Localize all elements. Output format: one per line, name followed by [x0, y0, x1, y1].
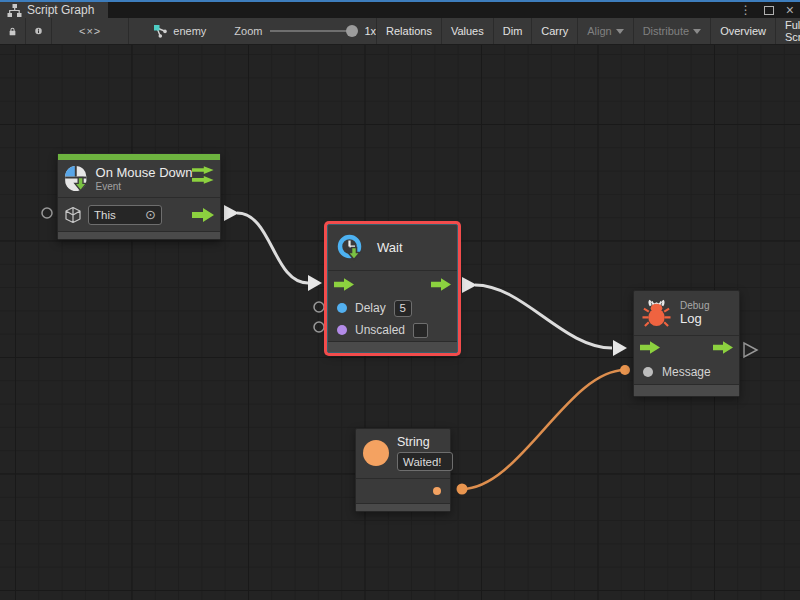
target-field[interactable]: This ⊙ — [88, 205, 162, 225]
zoom-control: Zoom 1x — [234, 18, 376, 44]
node-string-literal[interactable]: String Waited! — [355, 428, 451, 512]
object-picker-icon[interactable]: ⊙ — [145, 208, 156, 221]
zoom-value: 1x — [364, 25, 376, 37]
unscaled-input-port[interactable] — [337, 325, 347, 335]
overview-button[interactable]: Overview — [710, 18, 775, 44]
wire-wait-to-log[interactable] — [475, 285, 612, 348]
wire-source-arrow-icon — [462, 277, 477, 293]
align-dropdown: Align — [577, 18, 632, 44]
tab-script-graph[interactable]: Script Graph — [0, 2, 108, 18]
maximize-icon[interactable] — [764, 6, 774, 15]
wire-onmousedown-to-wait[interactable] — [237, 213, 308, 283]
port-wait-delay-external[interactable] — [314, 302, 324, 312]
wire-source-dot-icon — [457, 484, 468, 495]
angle-x-icon: <×> — [61, 25, 119, 37]
delay-value: 5 — [399, 302, 405, 314]
node-title: Wait — [377, 240, 403, 255]
graph-asset-icon — [153, 24, 168, 38]
wait-timer-icon — [336, 233, 366, 263]
info-icon — [35, 24, 42, 38]
node-footer — [328, 341, 457, 352]
target-field-value: This — [94, 209, 116, 221]
flow-input-port-icon[interactable] — [334, 278, 354, 291]
delay-input-port[interactable] — [337, 303, 347, 313]
window-controls: ⋮ × — [740, 2, 794, 18]
lock-button[interactable] — [0, 18, 26, 44]
trigger-output-port-icon[interactable] — [192, 166, 214, 185]
node-wait[interactable]: Wait Delay 5 Unscaled — [327, 224, 458, 353]
delay-label: Delay — [355, 301, 386, 315]
delay-value-field[interactable]: 5 — [394, 300, 412, 317]
tab-strip: Script Graph ⋮ × — [0, 2, 800, 18]
distribute-dropdown: Distribute — [633, 18, 710, 44]
unscaled-checkbox[interactable] — [413, 323, 428, 338]
close-icon[interactable]: × — [786, 2, 794, 18]
message-input-port[interactable] — [643, 367, 653, 377]
string-value: Waited! — [403, 456, 442, 468]
carry-button[interactable]: Carry — [531, 18, 577, 44]
zoom-slider-handle[interactable] — [346, 25, 358, 37]
debug-bug-icon — [642, 299, 671, 328]
tab-label: Script Graph — [27, 3, 94, 17]
relations-button[interactable]: Relations — [376, 18, 441, 44]
wire-dest-arrow-icon — [613, 340, 627, 356]
flow-input-port-icon[interactable] — [640, 341, 660, 354]
port-wait-unscaled-external[interactable] — [314, 322, 324, 332]
info-button[interactable] — [26, 18, 52, 44]
port-onmousedown-target-external[interactable] — [42, 208, 52, 218]
string-type-icon — [363, 440, 389, 466]
values-button[interactable]: Values — [441, 18, 493, 44]
message-label: Message — [662, 365, 711, 379]
chevron-down-icon — [616, 29, 624, 34]
graph-toolbar: <×> enemy Zoom 1x Relations Values Dim C… — [0, 18, 800, 45]
node-footer — [634, 384, 739, 396]
zoom-label: Zoom — [234, 25, 262, 37]
graph-canvas[interactable]: On Mouse Down Event This ⊙ — [0, 45, 800, 600]
unity-script-graph-window: Script Graph ⋮ × <×> — [0, 0, 800, 600]
node-debug-log[interactable]: Debug Log Message — [633, 290, 740, 397]
node-title: On Mouse Down — [96, 165, 193, 180]
chevron-down-icon — [693, 29, 701, 34]
node-category: Debug — [680, 300, 709, 311]
node-title: String — [397, 435, 453, 449]
node-footer — [356, 503, 450, 511]
flow-output-port-icon[interactable] — [431, 278, 451, 291]
unscaled-label: Unscaled — [355, 323, 405, 337]
graph-breadcrumb[interactable]: enemy — [153, 18, 206, 44]
mouse-down-icon — [64, 165, 88, 192]
lock-icon — [9, 25, 16, 38]
graph-name: enemy — [173, 25, 206, 37]
node-title: Log — [680, 311, 709, 326]
dim-button[interactable]: Dim — [493, 18, 532, 44]
flow-output-port-icon[interactable] — [192, 208, 214, 222]
full-screen-button[interactable]: Full Screen — [775, 18, 800, 44]
wire-string-to-message[interactable] — [462, 370, 625, 489]
string-value-field[interactable]: Waited! — [397, 452, 453, 471]
gameobject-cube-icon — [64, 206, 82, 224]
string-output-port[interactable] — [433, 487, 441, 495]
port-log-exit-external[interactable] — [744, 343, 757, 357]
wire-dest-dot-icon — [620, 365, 630, 375]
wire-source-arrow-icon — [224, 205, 239, 221]
node-on-mouse-down[interactable]: On Mouse Down Event This ⊙ — [57, 153, 221, 240]
window-menu-icon[interactable]: ⋮ — [740, 2, 752, 18]
wire-dest-arrow-icon — [308, 275, 322, 291]
zoom-slider[interactable] — [270, 30, 356, 32]
flow-output-port-icon[interactable] — [713, 341, 733, 354]
value-inspection-button[interactable]: <×> — [52, 18, 129, 44]
node-subtitle: Event — [96, 181, 193, 192]
graph-tab-icon — [7, 4, 22, 17]
node-footer — [58, 231, 220, 239]
